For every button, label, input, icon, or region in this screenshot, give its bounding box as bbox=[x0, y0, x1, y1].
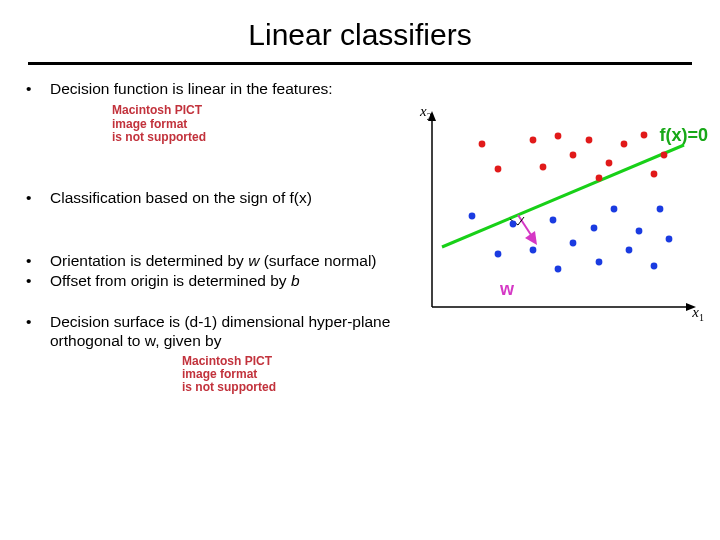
y-axis-arrow-icon bbox=[428, 111, 436, 121]
svg-point-4 bbox=[555, 133, 562, 140]
svg-point-26 bbox=[657, 206, 664, 213]
svg-point-10 bbox=[641, 132, 648, 139]
pict-error-line: is not supported bbox=[112, 131, 392, 144]
svg-point-12 bbox=[661, 152, 668, 159]
bullet-item: • Decision surface is (d-1) dimensional … bbox=[22, 312, 392, 351]
bullet-dot: • bbox=[22, 271, 50, 290]
svg-point-22 bbox=[611, 206, 618, 213]
w-label: w bbox=[500, 279, 514, 300]
w-var: w bbox=[248, 252, 259, 269]
b-var: b bbox=[291, 272, 300, 289]
svg-point-20 bbox=[591, 225, 598, 232]
red-class-points bbox=[479, 132, 668, 182]
svg-point-25 bbox=[651, 263, 658, 270]
pict-error-line: Macintosh PICT bbox=[112, 104, 392, 117]
bullet-item: • Decision function is linear in the fea… bbox=[22, 79, 392, 98]
svg-point-16 bbox=[530, 247, 537, 254]
title-underline bbox=[28, 62, 692, 65]
svg-point-18 bbox=[555, 266, 562, 273]
bullet-dot: • bbox=[22, 79, 50, 98]
bullet-dot: • bbox=[22, 251, 50, 270]
bullet-list: • Decision surface is (d-1) dimensional … bbox=[22, 312, 392, 351]
svg-point-23 bbox=[626, 247, 633, 254]
decision-line bbox=[442, 145, 684, 247]
svg-point-8 bbox=[621, 141, 628, 148]
bullet-text: Offset from origin is determined by b bbox=[50, 271, 392, 290]
bullet-list: • Orientation is determined by w (surfac… bbox=[22, 251, 392, 290]
svg-point-7 bbox=[596, 175, 603, 182]
bullet-item: • Orientation is determined by w (surfac… bbox=[22, 251, 392, 270]
svg-point-1 bbox=[495, 166, 502, 173]
svg-point-0 bbox=[479, 141, 486, 148]
x-axis-label: x1 bbox=[692, 304, 704, 323]
bullet-list: • Classification based on the sign of f(… bbox=[22, 188, 392, 207]
blue-class-points bbox=[469, 206, 673, 273]
bullet-text: Decision function is linear in the featu… bbox=[50, 79, 392, 98]
pict-error-block: Macintosh PICT image format is not suppo… bbox=[112, 104, 392, 144]
bullet-dot: • bbox=[22, 312, 50, 351]
bullet-text: Decision surface is (d-1) dimensional hy… bbox=[50, 312, 392, 351]
figure-column: x2 f(x)=0 bbox=[402, 79, 702, 394]
bullet-text: Orientation is determined by w (surface … bbox=[50, 251, 392, 270]
svg-point-15 bbox=[510, 221, 517, 228]
plot-svg bbox=[402, 107, 702, 337]
bullet-list: • Decision function is linear in the fea… bbox=[22, 79, 392, 98]
bullet-text: Classification based on the sign of f(x) bbox=[50, 188, 392, 207]
svg-point-19 bbox=[570, 240, 577, 247]
svg-point-5 bbox=[570, 152, 577, 159]
bullet-item: • Classification based on the sign of f(… bbox=[22, 188, 392, 207]
svg-point-9 bbox=[606, 160, 613, 167]
svg-point-21 bbox=[596, 259, 603, 266]
svg-point-14 bbox=[495, 251, 502, 258]
w-arrowhead-icon bbox=[525, 231, 537, 245]
svg-point-3 bbox=[540, 164, 547, 171]
svg-point-6 bbox=[586, 137, 593, 144]
content-area: • Decision function is linear in the fea… bbox=[0, 79, 720, 394]
pict-error-line: image format bbox=[112, 118, 392, 131]
svg-point-13 bbox=[469, 213, 476, 220]
svg-point-11 bbox=[651, 171, 658, 178]
svg-point-27 bbox=[666, 236, 673, 243]
svg-point-17 bbox=[550, 217, 557, 224]
svg-point-24 bbox=[636, 228, 643, 235]
bullet-item: • Offset from origin is determined by b bbox=[22, 271, 392, 290]
scatter-plot: x2 f(x)=0 bbox=[402, 107, 702, 337]
pict-error-block: Macintosh PICT image format is not suppo… bbox=[182, 355, 392, 395]
bullet-column: • Decision function is linear in the fea… bbox=[22, 79, 402, 394]
bullet-dot: • bbox=[22, 188, 50, 207]
pict-error-line: is not supported bbox=[182, 381, 392, 394]
slide-title: Linear classifiers bbox=[0, 0, 720, 62]
svg-point-2 bbox=[530, 137, 537, 144]
